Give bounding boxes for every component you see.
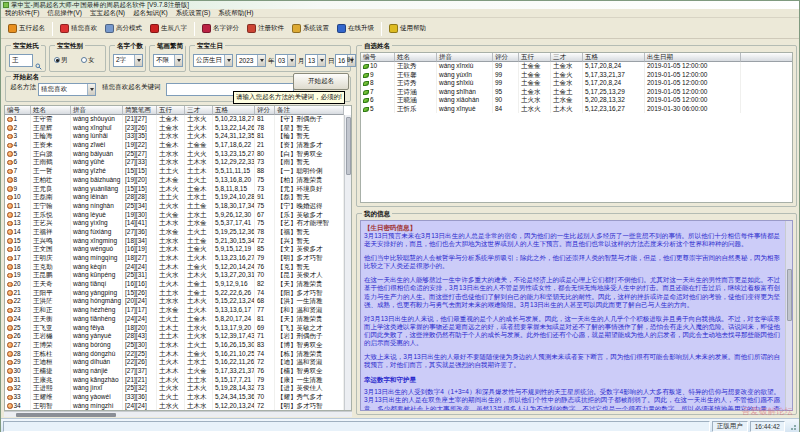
info-vscrollbar[interactable] bbox=[785, 221, 792, 410]
menu-item-5[interactable]: 系统设置(S) bbox=[176, 9, 211, 18]
table-row[interactable]: 17王明庆wáng míngqìng[18][27]土水木土火木5,13,23,… bbox=[5, 254, 351, 263]
table-row[interactable]: 6王晓涵wáng xiǎohán90土火水土水金5,20,28,13,32201… bbox=[361, 96, 792, 105]
column-header-评分[interactable]: 评分 bbox=[255, 106, 275, 115]
table-row[interactable]: 5王白源wáng báiyuán[25][27]土水水土火火5,13,23,15… bbox=[5, 150, 351, 159]
surname-input[interactable]: 王 bbox=[9, 54, 33, 67]
year-select[interactable]: 2023 bbox=[236, 54, 266, 67]
table-row[interactable]: 21王阳平wáng yángpíng[15][26]土土水土金土5,22,22,… bbox=[5, 289, 351, 298]
table-row[interactable]: 3王輪海wáng lúnhǎi[33][35]土水水土火木5,24,31,12,… bbox=[5, 132, 351, 141]
column-header-备注[interactable]: 备注 bbox=[275, 106, 344, 115]
menu-item-3[interactable]: 宝宝起名(N) bbox=[90, 9, 125, 18]
table-row[interactable]: 6王雨鶴wáng yǔhè[27][33]土水水土木水5,12,29,22,33… bbox=[5, 158, 351, 167]
toolbar-separator bbox=[381, 22, 382, 36]
column-header-简繁笔画[interactable]: 简繁笔画 bbox=[123, 106, 157, 115]
系统设置-button[interactable]: 系统设置 bbox=[288, 21, 333, 36]
table-row[interactable]: 34王明智wáng míngzhì[24][24]土水火土木水5,12,20,1… bbox=[5, 402, 351, 411]
column-header-姓名[interactable]: 姓名 bbox=[31, 106, 71, 115]
生辰八字-button[interactable]: 生辰八字 bbox=[146, 21, 191, 36]
stroke-select[interactable]: 不限 bbox=[153, 54, 183, 67]
table-row[interactable]: 5王忻乐wáng xīnyuè84土水火土木火5,12,23,16,272019… bbox=[361, 105, 792, 114]
menu-item-6[interactable]: 系统帮助(H) bbox=[218, 9, 253, 18]
dropdown-arrow-icon[interactable] bbox=[257, 55, 265, 66]
resize-grip-icon[interactable] bbox=[787, 421, 797, 431]
gender-male-radio[interactable]: 男 bbox=[54, 56, 68, 64]
month-select[interactable]: 03 bbox=[275, 54, 296, 67]
table-row[interactable]: 33王耀维wáng yàowéi[33][36]土火土土水木5,24,34,15… bbox=[5, 393, 351, 402]
column-header-编号[interactable]: 编号 bbox=[361, 53, 395, 62]
dropdown-arrow-icon[interactable] bbox=[134, 55, 142, 66]
table-row[interactable]: 9王钰馨wáng yùxīn99土金金土金火5,17,33,21,372019-… bbox=[361, 71, 792, 80]
column-header-评分[interactable]: 评分 bbox=[493, 53, 519, 62]
使用帮助-button[interactable]: 使用帮助 bbox=[385, 21, 430, 36]
column-header-三才[interactable]: 三才 bbox=[185, 106, 213, 115]
column-header-出生日期[interactable]: 出生日期 bbox=[645, 53, 741, 62]
left-table-hscrollbar[interactable] bbox=[4, 411, 352, 417]
table-row[interactable]: 20王天奇wáng tiānqí[16][16]土火木土金土5,9,12,9,1… bbox=[5, 280, 351, 289]
naming-method-select[interactable]: 猜您喜欢 bbox=[38, 83, 96, 96]
day-select[interactable]: 13 bbox=[305, 54, 326, 67]
dropdown-arrow-icon[interactable] bbox=[87, 84, 95, 95]
table-row[interactable]: 29王迪桓wáng díhuán[22][26]土火木土水土5,16,22,11… bbox=[5, 358, 351, 367]
table-row[interactable]: 14王福祥wáng fúxiáng[27][36]土水金土火土5,19,25,1… bbox=[5, 228, 351, 237]
cell: 99 bbox=[493, 79, 519, 88]
table-row[interactable]: 7王诗涵wáng shīhán95土金水土金土5,17,25,13,292019… bbox=[361, 88, 792, 97]
table-row[interactable]: 28王栋柱wáng dòngzhù[22][25]土木木土金火5,16,21,1… bbox=[5, 350, 351, 359]
table-row[interactable]: 22王洪茫wáng hóngmáng[20][24]土水水土木火5,15,22,… bbox=[5, 297, 351, 306]
table-row[interactable]: 15王兴鸣wáng xīngmíng[18][34]土水水土土金5,21,30,… bbox=[5, 237, 351, 246]
五行起名-button[interactable]: 五行起名 bbox=[4, 21, 49, 36]
column-header-filler[interactable] bbox=[741, 53, 793, 62]
table-row[interactable]: 4王资未wáng zīwèi[19][22]土金木土金金5,17,18,6,22… bbox=[5, 141, 351, 150]
高分模式-button[interactable]: 高分模式 bbox=[101, 21, 146, 36]
count-select[interactable]: 2字 bbox=[113, 54, 143, 67]
table-row[interactable]: 13王艺兴wáng yìxīng[14][41]土木水土水金5,5,37,17,… bbox=[5, 219, 351, 228]
注册软件-button[interactable]: 注册软件 bbox=[243, 21, 288, 36]
table-row[interactable]: 11王宁翰wáng nínghàn[25][34]土火水土土金5,18,30,1… bbox=[5, 202, 351, 211]
calendar-select[interactable]: 公历生日 bbox=[193, 54, 233, 67]
table-row[interactable]: 12王乐悦wáng lèyuè[19][30]土火金土水土5,9,26,12,3… bbox=[5, 211, 351, 220]
table-row[interactable]: 27王博荣wáng bóróng[25][30]土水木土火土5,16,26,15… bbox=[5, 341, 351, 350]
gender-female-radio[interactable]: 女 bbox=[81, 56, 95, 64]
猜您喜欢-button[interactable]: 猜您喜欢 bbox=[56, 21, 101, 36]
table-row[interactable]: 23王和正wáng hézhèng[17][17]土水金土火木5,13,13,6… bbox=[5, 306, 351, 315]
column-header-五行[interactable]: 五行 bbox=[157, 106, 185, 115]
table-row[interactable]: 18王克勤wáng kèqín[24][24]土木木土金火5,12,20,14,… bbox=[5, 263, 351, 272]
table-row[interactable]: 1王守雲wáng shǒuyún[21][27]土金木土水火5,10,23,18… bbox=[5, 115, 351, 124]
dropdown-arrow-icon[interactable] bbox=[287, 55, 295, 66]
column-header-三才[interactable]: 三才 bbox=[551, 53, 583, 62]
table-row[interactable]: 31王康兆wáng kāngzhào[21][21]土木火土土水5,15,17,… bbox=[5, 376, 351, 385]
dropdown-arrow-icon[interactable] bbox=[317, 55, 325, 66]
menu-item-2[interactable]: 信息操作(V) bbox=[47, 9, 82, 18]
column-header-拼音[interactable]: 拼音 bbox=[437, 53, 493, 62]
table-row[interactable]: 8王诗秀wáng shīxiù99土金金土金水5,17,20,8,242019-… bbox=[361, 79, 792, 88]
dropdown-arrow-icon[interactable] bbox=[174, 55, 182, 66]
search-icon[interactable] bbox=[35, 56, 42, 74]
名字评分-button[interactable]: 名字评分 bbox=[198, 21, 243, 36]
table-row[interactable]: 19王昆鹏wáng kūnpéng[25][31]土火水土木火5,13,27,2… bbox=[5, 271, 351, 280]
info-textarea[interactable]: 【生日密码信息】3月13日预言未来在3月13日出生的人总是非常的宿命，因为他们的… bbox=[360, 220, 793, 411]
cell: wáng yùxīn bbox=[437, 71, 493, 80]
dropdown-arrow-icon[interactable] bbox=[224, 55, 232, 66]
column-header-拼音[interactable]: 拼音 bbox=[71, 106, 123, 115]
start-naming-button[interactable]: 开始起名 bbox=[293, 73, 349, 90]
在线升级-button[interactable]: 在线升级 bbox=[333, 21, 378, 36]
menu-item-4[interactable]: 起名知识(K) bbox=[133, 9, 168, 18]
table-row[interactable]: 24王天衡wáng tiānhéng[24][24]土火土土金木5,8,20,1… bbox=[5, 315, 351, 324]
column-header-五格[interactable]: 五格 bbox=[213, 106, 255, 115]
column-header-编号[interactable]: 编号 bbox=[5, 106, 31, 115]
left-table-vscrollbar[interactable] bbox=[344, 115, 351, 410]
column-header-五行[interactable]: 五行 bbox=[519, 53, 551, 62]
table-row[interactable]: 26王岩樾wáng yányuè[28][43]土土木土火水5,12,39,17… bbox=[5, 332, 351, 341]
table-row[interactable]: 25王飞亚wáng fēiyà[18][20]土木土土水火5,13,17,9,2… bbox=[5, 324, 351, 333]
table-row[interactable]: 30王楠捷wáng nánjié[27][37]土木木土火金5,17,33,21… bbox=[5, 367, 351, 376]
table-row[interactable]: 8王柏壮wáng bǎizhuàng[19][20]土木金土火土5,13,16,… bbox=[5, 176, 351, 185]
table-row[interactable]: 10王磊南wáng lěinán[28][28]土土火土水土5,19,24,10… bbox=[5, 193, 351, 202]
table-row[interactable]: 10王歆秀wáng xīnxiù99土金金土金水5,17,20,8,242019… bbox=[361, 62, 792, 71]
menu-item-1[interactable]: 我的软件(F) bbox=[5, 9, 39, 18]
table-row[interactable]: 32王进熙wáng jìnxī[25][32]土火水土木火5,19,28,14,… bbox=[5, 384, 351, 393]
table-row[interactable]: 9王元良wáng yuánliáng[15][15]土木火土金木5,8,11,8… bbox=[5, 185, 351, 194]
column-header-姓名[interactable]: 姓名 bbox=[395, 53, 437, 62]
column-header-五格[interactable]: 五格 bbox=[583, 53, 645, 62]
table-row[interactable]: 16王文国wáng wénguó[16][19]土水木土金火5,9,15,12,… bbox=[5, 245, 351, 254]
table-row[interactable]: 7王一哲wáng yīzhé[15][15]土土火土土木5,5,11,11,15… bbox=[5, 167, 351, 176]
table-row[interactable]: 2王星辉wáng xīnghuī[23][26]土金水土火木5,13,22,14… bbox=[5, 124, 351, 133]
